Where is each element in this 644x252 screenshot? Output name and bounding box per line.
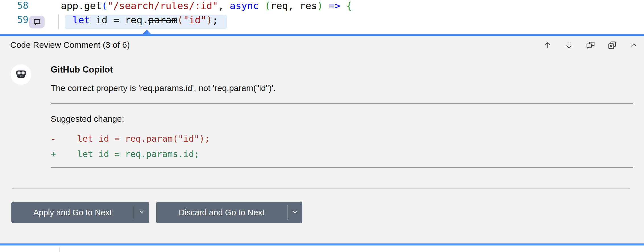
code-editor: 58 app.get("/search/rules/:id", async (r… (0, 0, 644, 34)
diff-removed-line: - let id = req.param("id"); (51, 133, 210, 144)
comment-discussion-icon (586, 41, 595, 51)
avatar (11, 64, 31, 85)
discard-dropdown-button[interactable] (288, 202, 302, 223)
comment-bubble-icon (32, 17, 42, 27)
diff-added-line: + let id = req.params.id; (51, 149, 199, 159)
close-all-comments-button[interactable] (605, 39, 619, 53)
discard-button-label[interactable]: Discard and Go to Next (156, 202, 287, 223)
suggestion-bottom-divider (51, 167, 633, 168)
next-comment-button[interactable] (562, 39, 576, 53)
suggestion-top-divider (51, 103, 633, 104)
github-copilot-icon (15, 67, 28, 82)
comment-author: GitHub Copilot (51, 65, 113, 75)
code-line-text: app.get("/search/rules/:id", async (req,… (0, 0, 644, 11)
show-all-comments-button[interactable] (584, 39, 597, 53)
arrow-up-icon (543, 41, 552, 51)
chevron-down-icon (292, 210, 298, 215)
widget-toolbar (540, 38, 641, 53)
widget-top-border (0, 34, 644, 36)
code-review-widget-screen: 58 app.get("/search/rules/:id", async (r… (0, 0, 644, 252)
chevron-down-icon (139, 210, 145, 215)
previous-comment-button[interactable] (540, 39, 554, 53)
apply-button-label[interactable]: Apply and Go to Next (11, 202, 134, 223)
discard-and-go-to-next-button[interactable]: Discard and Go to Next (156, 202, 302, 223)
collapse-widget-button[interactable] (627, 39, 641, 53)
comment-body-text: The correct property is 'req.params.id',… (51, 83, 276, 93)
code-line-58: 58 app.get("/search/rules/:id", async (r… (0, 0, 644, 14)
widget-bottom-border (0, 243, 644, 245)
suggestion-label: Suggested change: (51, 114, 124, 124)
widget-anchor-arrow (142, 30, 151, 34)
arrow-down-icon (564, 41, 573, 51)
actions-divider (12, 188, 630, 189)
indent-guide (59, 247, 60, 252)
widget-title: Code Review Comment (3 of 6) (10, 40, 130, 50)
close-all-icon (608, 41, 617, 51)
chevron-up-icon (629, 41, 638, 51)
code-line-text: let id = req.param("id"); (0, 14, 644, 26)
apply-dropdown-button[interactable] (134, 202, 149, 223)
editor-below-widget (0, 245, 644, 252)
apply-and-go-to-next-button[interactable]: Apply and Go to Next (11, 202, 149, 223)
gutter-comment-badge[interactable] (29, 16, 45, 28)
